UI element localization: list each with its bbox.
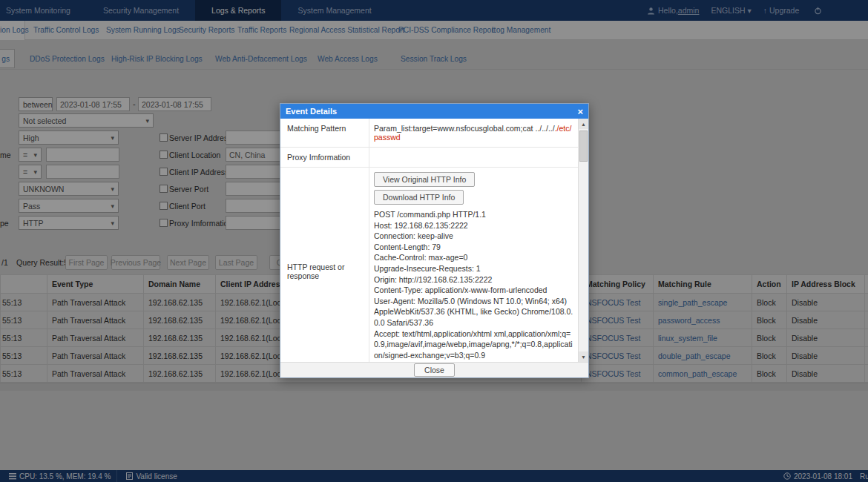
http-request-value: View Original HTTP InfoDownload HTTP Inf… [369, 168, 578, 362]
modal-body: Matching Pattern Param_list:target=www.n… [280, 119, 578, 362]
http-request-text: POST /commandi.php HTTP/1.1 Host: 192.16… [374, 209, 573, 362]
proxy-information-value [369, 148, 578, 167]
proxy-information-label: Proxy Imformation [280, 148, 369, 167]
app-viewport: System Monitoring Security Management Lo… [0, 0, 868, 482]
download-http-button[interactable]: Download HTTP Info [374, 190, 464, 205]
close-button[interactable]: Close [414, 363, 455, 377]
modal-title: Event Details [286, 107, 337, 116]
scroll-up-icon[interactable]: ▲ [579, 119, 588, 129]
view-original-http-button[interactable]: View Original HTTP Info [374, 172, 475, 187]
modal-footer: Close [280, 362, 588, 377]
modal-scrollbar[interactable]: ▲ ▼ [578, 119, 588, 362]
matching-pattern-label: Matching Pattern [280, 119, 369, 147]
scrollbar-thumb[interactable] [579, 131, 588, 162]
scroll-down-icon[interactable]: ▼ [579, 351, 588, 362]
modal-title-bar[interactable]: Event Details × [280, 104, 588, 119]
close-icon[interactable]: × [577, 107, 583, 116]
event-details-modal: Event Details × Matching Pattern Param_l… [280, 103, 589, 378]
matching-pattern-value: Param_list:target=www.nsfocusglobal.com;… [369, 119, 578, 147]
http-request-label: HTTP request or response [280, 168, 369, 362]
